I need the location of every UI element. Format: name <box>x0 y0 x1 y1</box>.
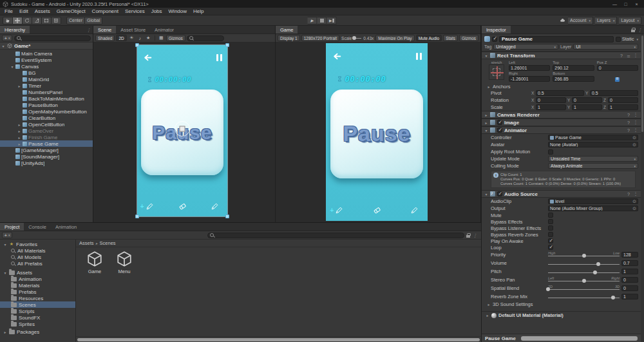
asset-item[interactable]: Menu <box>112 251 137 274</box>
folder-item[interactable]: Scripts <box>0 308 75 314</box>
pencil-tool-icon[interactable] <box>146 202 154 211</box>
audio-option-checkbox[interactable] <box>548 245 553 250</box>
hierarchy-item[interactable]: ▾ Canvas <box>0 63 93 70</box>
create-object-button[interactable]: + <box>2 35 12 41</box>
rotation-y-field[interactable]: 0 <box>572 97 602 103</box>
play-button[interactable] <box>308 17 317 24</box>
menu-item[interactable]: Services <box>122 8 148 15</box>
scene-search[interactable] <box>187 35 224 41</box>
hierarchy-item[interactable]: [SoundManager] <box>0 153 93 160</box>
selection-handle[interactable] <box>135 214 139 218</box>
stats-button[interactable]: Stats <box>443 35 458 41</box>
preview-bar[interactable]: Pause Game <box>482 334 641 342</box>
pause-button-icon[interactable] <box>216 54 222 61</box>
scene-canvas-object[interactable]: 00:00:00 Pause <box>137 45 227 216</box>
avatar-object-field[interactable]: None (Avatar) <box>548 142 638 147</box>
audio-toggle-icon[interactable]: ♪ <box>137 35 144 41</box>
favorite-item[interactable]: All Prefabs <box>0 260 75 267</box>
scale-y-field[interactable]: 1 <box>572 104 602 110</box>
hand-tool-button[interactable] <box>3 17 13 24</box>
hierarchy-item[interactable]: BackToMainMenuButton <box>0 95 93 102</box>
eraser-tool-icon[interactable] <box>373 206 381 214</box>
menu-item[interactable]: Window <box>166 8 190 15</box>
audio-option-checkbox[interactable] <box>548 232 553 237</box>
culling-mode-dropdown[interactable]: Always Animate <box>548 163 638 169</box>
rect-transform-header[interactable]: Rect Transform <box>482 52 641 59</box>
panel-menu-icon[interactable] <box>473 233 477 238</box>
rect-tool-button[interactable] <box>42 17 52 24</box>
step-button[interactable] <box>327 17 337 24</box>
eraser-tool-icon[interactable] <box>178 202 187 211</box>
mute-audio-button[interactable]: Mute Audio <box>416 35 442 41</box>
layers-dropdown[interactable]: Layers <box>595 17 618 24</box>
audio-slider[interactable] <box>548 293 620 301</box>
preset-icon[interactable] <box>626 53 631 58</box>
folder-item[interactable]: Animation <box>0 276 75 282</box>
slider-handle[interactable] <box>611 296 615 299</box>
view-tab[interactable]: Asset Store <box>116 26 150 33</box>
component-menu-icon[interactable] <box>633 120 638 125</box>
menu-item[interactable]: Edit <box>16 8 32 15</box>
rect-posz-field[interactable]: 0 <box>597 65 638 71</box>
audio-option-checkbox[interactable] <box>548 238 553 243</box>
create-asset-button[interactable]: + <box>2 232 12 238</box>
scene-search-input[interactable] <box>195 36 222 41</box>
slider-handle[interactable] <box>546 287 550 291</box>
anchors-foldout[interactable]: Anchors <box>482 83 641 90</box>
hierarchy-item[interactable]: [UnityAds] <box>0 160 93 166</box>
back-button-icon[interactable] <box>332 52 343 61</box>
audio-slider[interactable] <box>548 260 620 267</box>
packages-root[interactable]: Packages <box>0 328 75 335</box>
folder-item[interactable]: Prefabs <box>0 289 75 295</box>
hierarchy-item[interactable]: ▸ Finish Game <box>0 134 93 140</box>
audio-source-header[interactable]: Audio Source <box>482 190 641 198</box>
scale-tool-button[interactable] <box>32 17 42 24</box>
hierarchy-item[interactable]: OpenMabyNumberButton <box>0 108 93 115</box>
folder-item[interactable]: Materials <box>0 282 75 289</box>
panel-menu-icon[interactable] <box>86 27 91 33</box>
hierarchy-item[interactable]: ClearButton <box>0 115 93 121</box>
pause-button-icon[interactable] <box>416 53 422 60</box>
tab-hierarchy[interactable]: Hierarchy <box>0 26 30 33</box>
hierarchy-item[interactable]: NumbersPanel <box>0 89 93 95</box>
pivot-y-field[interactable]: 0.5 <box>590 90 638 96</box>
audio-option-checkbox[interactable] <box>548 225 553 231</box>
slider-value-field[interactable]: 0 <box>621 277 638 283</box>
rotation-z-field[interactable]: 0 <box>608 97 638 103</box>
image-header[interactable]: Image <box>482 119 641 126</box>
pivot-toggle-button[interactable]: Center <box>66 17 85 24</box>
layout-dropdown[interactable]: Layout <box>619 17 641 24</box>
component-menu-icon[interactable] <box>633 128 638 133</box>
menu-item[interactable]: Assets <box>32 8 53 15</box>
scale-x-field[interactable]: 1 <box>536 104 566 110</box>
help-icon[interactable] <box>626 113 631 117</box>
project-search[interactable] <box>207 233 464 238</box>
selection-handle[interactable] <box>225 214 229 218</box>
animator-enabled-checkbox[interactable] <box>497 128 502 133</box>
component-menu-icon[interactable] <box>633 112 638 117</box>
pause-button[interactable] <box>317 17 327 24</box>
audio-enabled-checkbox[interactable] <box>497 191 502 196</box>
view-tab[interactable]: Scene <box>93 26 116 33</box>
menu-item[interactable]: Jobs <box>148 8 166 15</box>
hierarchy-item[interactable]: ▸ OpenCellButton <box>0 121 93 128</box>
rect-right-field[interactable]: -1.26001 <box>509 76 550 82</box>
folder-item[interactable]: Sprites <box>0 321 75 327</box>
favorites-header[interactable]: ★ Favorites <box>0 241 75 247</box>
bottom-tab[interactable]: Console <box>24 223 51 231</box>
help-icon[interactable] <box>626 128 631 133</box>
favorite-item[interactable]: All Models <box>0 254 75 260</box>
close-button[interactable]: × <box>632 1 641 7</box>
shading-mode-dropdown[interactable]: Shaded <box>95 35 115 41</box>
favorite-item[interactable]: All Materials <box>0 247 75 254</box>
slider-handle[interactable] <box>593 271 597 274</box>
output-object-field[interactable]: None (Audio Mixer Group) <box>548 205 638 211</box>
scene-gizmos-dropdown[interactable]: Gizmos <box>166 35 185 41</box>
audio-slider[interactable]: High Low <box>548 251 620 259</box>
project-search-input[interactable] <box>216 233 462 238</box>
audio-option-checkbox[interactable] <box>548 219 553 224</box>
menu-item[interactable]: File <box>1 8 16 15</box>
slider-value-field[interactable]: 1 <box>621 294 638 299</box>
menu-item[interactable]: GameObject <box>53 8 89 15</box>
slider-value-field[interactable]: 1 <box>621 269 638 274</box>
